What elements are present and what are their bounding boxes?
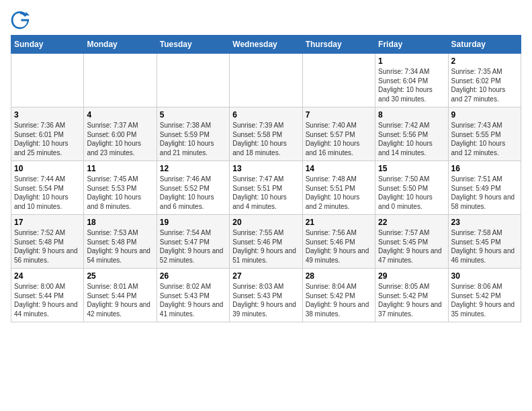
cell-info: Sunrise: 7:57 AM Sunset: 5:45 PM Dayligh… bbox=[378, 228, 445, 265]
day-number: 7 bbox=[306, 110, 372, 120]
day-number: 12 bbox=[160, 164, 226, 173]
cell-info: Sunrise: 7:38 AM Sunset: 5:59 PM Dayligh… bbox=[160, 121, 226, 157]
calendar-cell bbox=[230, 54, 302, 107]
day-number: 29 bbox=[378, 271, 445, 281]
day-header-thursday: Thursday bbox=[302, 36, 375, 54]
calendar-cell: 18Sunrise: 7:53 AM Sunset: 5:48 PM Dayli… bbox=[84, 215, 157, 269]
day-number: 27 bbox=[232, 271, 299, 281]
calendar-cell: 9Sunrise: 7:43 AM Sunset: 5:55 PM Daylig… bbox=[448, 107, 521, 161]
day-number: 9 bbox=[451, 110, 518, 120]
calendar-cell: 22Sunrise: 7:57 AM Sunset: 5:45 PM Dayli… bbox=[375, 215, 448, 269]
calendar-cell: 25Sunrise: 8:01 AM Sunset: 5:44 PM Dayli… bbox=[84, 269, 157, 322]
calendar-cell: 30Sunrise: 8:06 AM Sunset: 5:42 PM Dayli… bbox=[448, 269, 521, 322]
calendar-cell: 19Sunrise: 7:54 AM Sunset: 5:47 PM Dayli… bbox=[157, 215, 229, 269]
calendar-cell: 6Sunrise: 7:39 AM Sunset: 5:58 PM Daylig… bbox=[230, 107, 302, 161]
calendar-cell: 29Sunrise: 8:05 AM Sunset: 5:42 PM Dayli… bbox=[375, 269, 448, 322]
day-number: 22 bbox=[378, 218, 445, 227]
calendar-cell: 14Sunrise: 7:48 AM Sunset: 5:51 PM Dayli… bbox=[302, 161, 375, 215]
calendar-cell: 13Sunrise: 7:47 AM Sunset: 5:51 PM Dayli… bbox=[230, 161, 302, 215]
day-header-saturday: Saturday bbox=[448, 36, 521, 54]
calendar-cell: 10Sunrise: 7:44 AM Sunset: 5:54 PM Dayli… bbox=[11, 161, 84, 215]
calendar-cell: 5Sunrise: 7:38 AM Sunset: 5:59 PM Daylig… bbox=[157, 107, 229, 161]
calendar-cell: 15Sunrise: 7:50 AM Sunset: 5:50 PM Dayli… bbox=[375, 161, 448, 215]
day-number: 14 bbox=[306, 164, 372, 173]
cell-info: Sunrise: 7:42 AM Sunset: 5:56 PM Dayligh… bbox=[378, 121, 445, 157]
day-number: 20 bbox=[232, 218, 299, 227]
day-header-wednesday: Wednesday bbox=[230, 36, 302, 54]
calendar-cell bbox=[302, 54, 375, 107]
cell-info: Sunrise: 7:56 AM Sunset: 5:46 PM Dayligh… bbox=[306, 228, 372, 265]
day-number: 28 bbox=[306, 271, 372, 281]
calendar-cell: 11Sunrise: 7:45 AM Sunset: 5:53 PM Dayli… bbox=[84, 161, 157, 215]
cell-info: Sunrise: 7:44 AM Sunset: 5:54 PM Dayligh… bbox=[14, 175, 81, 211]
cell-info: Sunrise: 7:34 AM Sunset: 6:04 PM Dayligh… bbox=[378, 67, 445, 103]
calendar-cell bbox=[84, 54, 157, 107]
cell-info: Sunrise: 7:48 AM Sunset: 5:51 PM Dayligh… bbox=[306, 175, 372, 211]
cell-info: Sunrise: 8:01 AM Sunset: 5:44 PM Dayligh… bbox=[87, 282, 153, 318]
cell-info: Sunrise: 7:51 AM Sunset: 5:49 PM Dayligh… bbox=[451, 175, 518, 211]
cell-info: Sunrise: 8:05 AM Sunset: 5:42 PM Dayligh… bbox=[378, 282, 445, 318]
cell-info: Sunrise: 7:53 AM Sunset: 5:48 PM Dayligh… bbox=[87, 228, 153, 265]
cell-info: Sunrise: 7:40 AM Sunset: 5:57 PM Dayligh… bbox=[306, 121, 372, 157]
day-number: 13 bbox=[232, 164, 299, 173]
cell-info: Sunrise: 8:04 AM Sunset: 5:42 PM Dayligh… bbox=[306, 282, 372, 318]
day-number: 23 bbox=[451, 218, 518, 227]
cell-info: Sunrise: 7:43 AM Sunset: 5:55 PM Dayligh… bbox=[451, 121, 518, 157]
cell-info: Sunrise: 7:35 AM Sunset: 6:02 PM Dayligh… bbox=[451, 67, 518, 103]
day-number: 4 bbox=[87, 110, 153, 120]
calendar-cell: 3Sunrise: 7:36 AM Sunset: 6:01 PM Daylig… bbox=[11, 107, 84, 161]
logo-icon bbox=[11, 11, 30, 30]
calendar-cell bbox=[157, 54, 229, 107]
day-header-friday: Friday bbox=[375, 36, 448, 54]
calendar-table: SundayMondayTuesdayWednesdayThursdayFrid… bbox=[11, 35, 521, 322]
cell-info: Sunrise: 7:47 AM Sunset: 5:51 PM Dayligh… bbox=[232, 175, 299, 211]
day-number: 26 bbox=[160, 271, 226, 281]
page-header bbox=[11, 11, 521, 30]
calendar-cell: 16Sunrise: 7:51 AM Sunset: 5:49 PM Dayli… bbox=[448, 161, 521, 215]
day-number: 10 bbox=[14, 164, 81, 173]
cell-info: Sunrise: 8:02 AM Sunset: 5:43 PM Dayligh… bbox=[160, 282, 226, 318]
calendar-cell: 1Sunrise: 7:34 AM Sunset: 6:04 PM Daylig… bbox=[375, 54, 448, 107]
calendar-cell: 26Sunrise: 8:02 AM Sunset: 5:43 PM Dayli… bbox=[157, 269, 229, 322]
day-number: 16 bbox=[451, 164, 518, 173]
day-number: 21 bbox=[306, 218, 372, 227]
day-number: 11 bbox=[87, 164, 153, 173]
day-number: 15 bbox=[378, 164, 445, 173]
cell-info: Sunrise: 7:46 AM Sunset: 5:52 PM Dayligh… bbox=[160, 175, 226, 211]
day-number: 25 bbox=[87, 271, 153, 281]
day-number: 1 bbox=[378, 56, 445, 66]
day-header-tuesday: Tuesday bbox=[157, 36, 229, 54]
cell-info: Sunrise: 7:52 AM Sunset: 5:48 PM Dayligh… bbox=[14, 228, 81, 265]
cell-info: Sunrise: 7:36 AM Sunset: 6:01 PM Dayligh… bbox=[14, 121, 81, 157]
cell-info: Sunrise: 7:45 AM Sunset: 5:53 PM Dayligh… bbox=[87, 175, 153, 211]
day-number: 5 bbox=[160, 110, 226, 120]
calendar-cell: 4Sunrise: 7:37 AM Sunset: 6:00 PM Daylig… bbox=[84, 107, 157, 161]
calendar-cell: 28Sunrise: 8:04 AM Sunset: 5:42 PM Dayli… bbox=[302, 269, 375, 322]
cell-info: Sunrise: 7:55 AM Sunset: 5:46 PM Dayligh… bbox=[232, 228, 299, 265]
day-number: 6 bbox=[232, 110, 299, 120]
day-number: 19 bbox=[160, 218, 226, 227]
day-number: 2 bbox=[451, 56, 518, 66]
calendar-cell: 8Sunrise: 7:42 AM Sunset: 5:56 PM Daylig… bbox=[375, 107, 448, 161]
calendar-cell: 21Sunrise: 7:56 AM Sunset: 5:46 PM Dayli… bbox=[302, 215, 375, 269]
day-number: 30 bbox=[451, 271, 518, 281]
calendar-cell: 24Sunrise: 8:00 AM Sunset: 5:44 PM Dayli… bbox=[11, 269, 84, 322]
calendar-cell: 2Sunrise: 7:35 AM Sunset: 6:02 PM Daylig… bbox=[448, 54, 521, 107]
day-number: 8 bbox=[378, 110, 445, 120]
svg-marker-0 bbox=[26, 11, 30, 15]
logo bbox=[11, 11, 32, 30]
day-header-monday: Monday bbox=[84, 36, 157, 54]
cell-info: Sunrise: 8:06 AM Sunset: 5:42 PM Dayligh… bbox=[451, 282, 518, 318]
calendar-cell: 17Sunrise: 7:52 AM Sunset: 5:48 PM Dayli… bbox=[11, 215, 84, 269]
day-number: 24 bbox=[14, 271, 81, 281]
cell-info: Sunrise: 7:39 AM Sunset: 5:58 PM Dayligh… bbox=[232, 121, 299, 157]
calendar-cell: 12Sunrise: 7:46 AM Sunset: 5:52 PM Dayli… bbox=[157, 161, 229, 215]
calendar-cell: 7Sunrise: 7:40 AM Sunset: 5:57 PM Daylig… bbox=[302, 107, 375, 161]
day-header-sunday: Sunday bbox=[11, 36, 84, 54]
cell-info: Sunrise: 8:03 AM Sunset: 5:43 PM Dayligh… bbox=[232, 282, 299, 318]
calendar-cell: 27Sunrise: 8:03 AM Sunset: 5:43 PM Dayli… bbox=[230, 269, 302, 322]
calendar-cell: 20Sunrise: 7:55 AM Sunset: 5:46 PM Dayli… bbox=[230, 215, 302, 269]
calendar-header: SundayMondayTuesdayWednesdayThursdayFrid… bbox=[11, 36, 521, 54]
cell-info: Sunrise: 8:00 AM Sunset: 5:44 PM Dayligh… bbox=[14, 282, 81, 318]
cell-info: Sunrise: 7:58 AM Sunset: 5:45 PM Dayligh… bbox=[451, 228, 518, 265]
